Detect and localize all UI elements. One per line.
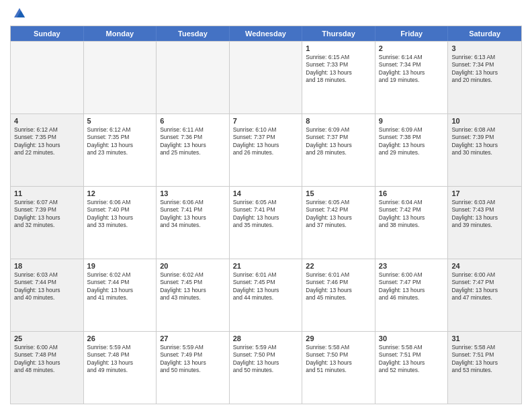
day-cell-29: 29Sunrise: 5:58 AMSunset: 7:50 PMDayligh… — [302, 332, 375, 404]
day-number: 5 — [87, 117, 153, 125]
cell-info: Sunrise: 6:10 AMSunset: 7:37 PMDaylight:… — [233, 126, 299, 157]
cell-info: Sunrise: 6:12 AMSunset: 7:35 PMDaylight:… — [14, 126, 80, 157]
weekday-header-thursday: Thursday — [302, 26, 375, 41]
cell-info: Sunrise: 6:09 AMSunset: 7:38 PMDaylight:… — [379, 126, 445, 157]
day-cell-1: 1Sunrise: 6:15 AMSunset: 7:33 PMDaylight… — [302, 42, 375, 113]
cell-info: Sunrise: 6:01 AMSunset: 7:45 PMDaylight:… — [233, 271, 299, 302]
day-number: 8 — [306, 117, 371, 125]
day-number: 28 — [233, 334, 299, 342]
cell-info: Sunrise: 6:03 AMSunset: 7:44 PMDaylight:… — [14, 271, 80, 302]
cell-info: Sunrise: 6:09 AMSunset: 7:37 PMDaylight:… — [306, 126, 371, 157]
day-cell-20: 20Sunrise: 6:02 AMSunset: 7:45 PMDayligh… — [157, 259, 230, 331]
calendar-row-2: 4Sunrise: 6:12 AMSunset: 7:35 PMDaylight… — [11, 113, 521, 186]
cell-info: Sunrise: 5:59 AMSunset: 7:50 PMDaylight:… — [233, 344, 299, 375]
day-cell-19: 19Sunrise: 6:02 AMSunset: 7:44 PMDayligh… — [84, 259, 157, 331]
calendar: SundayMondayTuesdayWednesdayThursdayFrid… — [10, 26, 522, 404]
day-number: 1 — [306, 44, 371, 52]
day-cell-14: 14Sunrise: 6:05 AMSunset: 7:41 PMDayligh… — [230, 187, 303, 259]
day-number: 4 — [14, 117, 80, 125]
cell-info: Sunrise: 6:00 AMSunset: 7:47 PMDaylight:… — [451, 271, 518, 302]
day-number: 15 — [306, 189, 371, 197]
cell-info: Sunrise: 6:12 AMSunset: 7:35 PMDaylight:… — [87, 126, 153, 157]
day-cell-18: 18Sunrise: 6:03 AMSunset: 7:44 PMDayligh… — [11, 259, 84, 331]
day-number: 2 — [379, 44, 445, 52]
day-number: 27 — [160, 334, 226, 342]
day-cell-22: 22Sunrise: 6:01 AMSunset: 7:46 PMDayligh… — [302, 259, 375, 331]
cell-info: Sunrise: 6:05 AMSunset: 7:42 PMDaylight:… — [306, 199, 371, 230]
cell-info: Sunrise: 6:04 AMSunset: 7:42 PMDaylight:… — [379, 199, 445, 230]
logo-icon — [11, 5, 26, 20]
page: SundayMondayTuesdayWednesdayThursdayFrid… — [0, 0, 532, 411]
weekday-header-wednesday: Wednesday — [230, 26, 303, 41]
day-number: 18 — [14, 262, 80, 270]
day-number: 9 — [379, 117, 445, 125]
day-cell-15: 15Sunrise: 6:05 AMSunset: 7:42 PMDayligh… — [302, 187, 375, 259]
day-cell-17: 17Sunrise: 6:03 AMSunset: 7:43 PMDayligh… — [448, 187, 521, 259]
day-number: 13 — [160, 189, 226, 197]
day-number: 10 — [451, 117, 518, 125]
day-cell-10: 10Sunrise: 6:08 AMSunset: 7:39 PMDayligh… — [448, 114, 521, 186]
day-number: 22 — [306, 262, 371, 270]
empty-cell — [84, 42, 157, 113]
cell-info: Sunrise: 6:00 AMSunset: 7:47 PMDaylight:… — [379, 271, 445, 302]
day-cell-30: 30Sunrise: 5:58 AMSunset: 7:51 PMDayligh… — [375, 332, 449, 404]
cell-info: Sunrise: 6:07 AMSunset: 7:39 PMDaylight:… — [14, 199, 80, 230]
cell-info: Sunrise: 5:58 AMSunset: 7:51 PMDaylight:… — [451, 344, 518, 375]
calendar-header: SundayMondayTuesdayWednesdayThursdayFrid… — [11, 26, 521, 41]
day-number: 14 — [233, 189, 299, 197]
day-number: 3 — [451, 44, 518, 52]
cell-info: Sunrise: 6:08 AMSunset: 7:39 PMDaylight:… — [451, 126, 518, 157]
day-number: 7 — [233, 117, 299, 125]
cell-info: Sunrise: 5:59 AMSunset: 7:49 PMDaylight:… — [160, 344, 226, 375]
day-cell-2: 2Sunrise: 6:14 AMSunset: 7:34 PMDaylight… — [375, 42, 449, 113]
day-cell-4: 4Sunrise: 6:12 AMSunset: 7:35 PMDaylight… — [11, 114, 84, 186]
cell-info: Sunrise: 5:59 AMSunset: 7:48 PMDaylight:… — [87, 344, 153, 375]
header — [10, 7, 522, 20]
day-number: 17 — [451, 189, 518, 197]
day-cell-23: 23Sunrise: 6:00 AMSunset: 7:47 PMDayligh… — [375, 259, 449, 331]
day-cell-24: 24Sunrise: 6:00 AMSunset: 7:47 PMDayligh… — [448, 259, 521, 331]
empty-cell — [157, 42, 230, 113]
cell-info: Sunrise: 5:58 AMSunset: 7:51 PMDaylight:… — [379, 344, 445, 375]
day-number: 21 — [233, 262, 299, 270]
cell-info: Sunrise: 6:14 AMSunset: 7:34 PMDaylight:… — [379, 54, 445, 85]
day-number: 11 — [14, 189, 80, 197]
cell-info: Sunrise: 6:06 AMSunset: 7:41 PMDaylight:… — [160, 199, 226, 230]
day-cell-5: 5Sunrise: 6:12 AMSunset: 7:35 PMDaylight… — [84, 114, 157, 186]
day-cell-26: 26Sunrise: 5:59 AMSunset: 7:48 PMDayligh… — [84, 332, 157, 404]
calendar-row-3: 11Sunrise: 6:07 AMSunset: 7:39 PMDayligh… — [11, 186, 521, 259]
weekday-header-saturday: Saturday — [448, 26, 521, 41]
day-number: 25 — [14, 334, 80, 342]
calendar-row-5: 25Sunrise: 6:00 AMSunset: 7:48 PMDayligh… — [11, 331, 521, 404]
cell-info: Sunrise: 6:13 AMSunset: 7:34 PMDaylight:… — [451, 54, 518, 85]
empty-cell — [230, 42, 303, 113]
day-number: 12 — [87, 189, 153, 197]
day-number: 6 — [160, 117, 226, 125]
day-cell-21: 21Sunrise: 6:01 AMSunset: 7:45 PMDayligh… — [230, 259, 303, 331]
calendar-row-4: 18Sunrise: 6:03 AMSunset: 7:44 PMDayligh… — [11, 259, 521, 331]
cell-info: Sunrise: 6:05 AMSunset: 7:41 PMDaylight:… — [233, 199, 299, 230]
logo — [10, 7, 26, 20]
weekday-header-monday: Monday — [84, 26, 157, 41]
day-number: 26 — [87, 334, 153, 342]
weekday-header-sunday: Sunday — [11, 26, 84, 41]
day-cell-13: 13Sunrise: 6:06 AMSunset: 7:41 PMDayligh… — [157, 187, 230, 259]
cell-info: Sunrise: 6:03 AMSunset: 7:43 PMDaylight:… — [451, 199, 518, 230]
day-cell-11: 11Sunrise: 6:07 AMSunset: 7:39 PMDayligh… — [11, 187, 84, 259]
empty-cell — [11, 42, 84, 113]
day-cell-9: 9Sunrise: 6:09 AMSunset: 7:38 PMDaylight… — [375, 114, 449, 186]
cell-info: Sunrise: 6:01 AMSunset: 7:46 PMDaylight:… — [306, 271, 371, 302]
day-number: 30 — [379, 334, 445, 342]
day-cell-7: 7Sunrise: 6:10 AMSunset: 7:37 PMDaylight… — [230, 114, 303, 186]
cell-info: Sunrise: 6:02 AMSunset: 7:45 PMDaylight:… — [160, 271, 226, 302]
day-number: 23 — [379, 262, 445, 270]
cell-info: Sunrise: 6:00 AMSunset: 7:48 PMDaylight:… — [14, 344, 80, 375]
day-cell-3: 3Sunrise: 6:13 AMSunset: 7:34 PMDaylight… — [448, 42, 521, 113]
day-cell-25: 25Sunrise: 6:00 AMSunset: 7:48 PMDayligh… — [11, 332, 84, 404]
day-number: 19 — [87, 262, 153, 270]
cell-info: Sunrise: 6:02 AMSunset: 7:44 PMDaylight:… — [87, 271, 153, 302]
cell-info: Sunrise: 6:15 AMSunset: 7:33 PMDaylight:… — [306, 54, 371, 85]
cell-info: Sunrise: 6:11 AMSunset: 7:36 PMDaylight:… — [160, 126, 226, 157]
calendar-body: 1Sunrise: 6:15 AMSunset: 7:33 PMDaylight… — [11, 41, 521, 404]
day-cell-28: 28Sunrise: 5:59 AMSunset: 7:50 PMDayligh… — [230, 332, 303, 404]
